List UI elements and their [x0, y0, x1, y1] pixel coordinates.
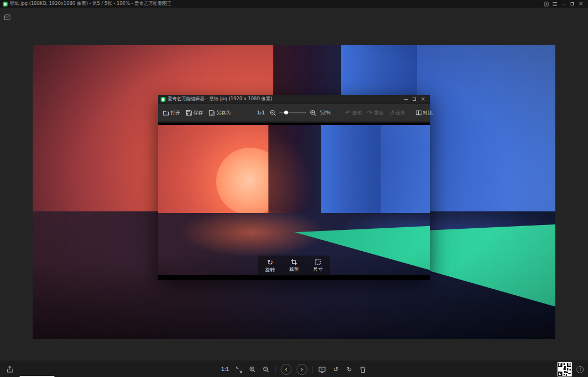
titlebar: 壁纸.jpg (188KB, 1920x1080 像素) - 第5 / 5张 -…	[0, 0, 588, 8]
rotate-icon: ↻	[267, 259, 273, 266]
rotate-right-icon[interactable]: ↻	[345, 365, 354, 374]
next-icon: ›	[301, 366, 303, 373]
save-as-button[interactable]: 另存为	[207, 108, 232, 118]
share-icon[interactable]	[5, 365, 14, 374]
crop-button[interactable]: 裁剪	[289, 259, 299, 273]
editor-window: 爱奇艺万能编辑器 - 壁纸.jpg (1920 x 1080 像素) × 打开 …	[158, 95, 430, 280]
vignette	[158, 125, 430, 275]
rotate-button[interactable]: ↻ 旋转	[265, 259, 275, 273]
zoom-slider[interactable]	[279, 110, 307, 116]
zoom-slider-track	[279, 112, 307, 113]
save-label: 保存	[193, 110, 203, 117]
undo-label: 撤销	[352, 110, 362, 117]
rotate-left-icon[interactable]: ↺	[332, 365, 340, 374]
app-logo-icon	[3, 2, 8, 7]
editor-float-toolbar: ↻ 旋转 裁剪 尺寸	[258, 256, 330, 276]
zoom-out-icon[interactable]	[268, 108, 277, 117]
restore-label: 还原	[396, 110, 406, 117]
resize-button[interactable]: 尺寸	[313, 259, 323, 273]
theme-icon[interactable]	[542, 0, 550, 8]
bottom-toolbar: 1:1 ‹ ›	[0, 361, 588, 377]
editor-photo-scene	[158, 125, 430, 275]
prev-icon: ‹	[285, 366, 287, 373]
editor-titlebar: 爱奇艺万能编辑器 - 壁纸.jpg (1920 x 1080 像素) ×	[158, 95, 430, 104]
actual-size-icon[interactable]: 1:1	[255, 110, 266, 117]
library-icon[interactable]	[3, 13, 11, 21]
resize-icon	[315, 259, 321, 265]
crop-icon	[291, 259, 297, 265]
window-title: 壁纸.jpg (188KB, 1920x1080 像素) - 第5 / 5张 -…	[10, 1, 171, 7]
maximize-icon[interactable]	[568, 0, 577, 8]
app-window: 壁纸.jpg (188KB, 1920x1080 像素) - 第5 / 5张 -…	[0, 0, 588, 377]
editor-title: 爱奇艺万能编辑器 - 壁纸.jpg (1920 x 1080 像素)	[168, 96, 272, 102]
compare-button[interactable]: 对比	[414, 108, 434, 118]
zoom-group: 1:1 52%	[255, 108, 330, 117]
open-label: 打开	[170, 110, 180, 117]
zoom-in-icon[interactable]	[309, 108, 317, 117]
resize-label: 尺寸	[313, 266, 323, 273]
previous-image-button[interactable]: ‹	[281, 364, 292, 375]
rotate-label: 旋转	[265, 266, 275, 273]
delete-icon[interactable]	[359, 365, 367, 374]
crop-label: 裁剪	[289, 266, 299, 273]
editor-canvas[interactable]: ↻ 旋转 裁剪 尺寸	[158, 123, 430, 280]
editor-logo-icon	[161, 97, 166, 102]
zoom-percentage: 52%	[320, 110, 330, 115]
qr-code	[558, 362, 572, 376]
redo-button[interactable]: ↷ 重做	[365, 108, 385, 118]
undo-button[interactable]: ↶ 撤销	[344, 108, 363, 118]
save-button[interactable]: 保存	[184, 108, 205, 118]
edit-group: ↶ 撤销 ↷ 重做 ↺ 还原	[344, 108, 407, 118]
restore-icon: ↺	[389, 110, 394, 116]
zoom-in-icon[interactable]	[248, 365, 257, 374]
editor-close-icon[interactable]: ×	[419, 95, 427, 103]
menu-icon[interactable]	[550, 0, 559, 8]
next-image-button[interactable]: ›	[297, 364, 308, 375]
editor-toolbar: 打开 保存 另存为 1:1	[158, 104, 430, 122]
editor-maximize-icon[interactable]	[410, 95, 419, 103]
fit-screen-icon[interactable]	[235, 365, 243, 374]
undo-icon: ↶	[345, 110, 351, 116]
minimize-icon[interactable]	[559, 0, 568, 8]
redo-label: 重做	[373, 110, 383, 117]
zoom-slider-thumb[interactable]	[284, 111, 288, 114]
editor-photo	[158, 125, 430, 275]
zoom-out-icon[interactable]	[262, 365, 271, 374]
slideshow-icon[interactable]	[318, 365, 327, 374]
redo-icon: ↷	[367, 110, 372, 116]
open-button[interactable]: 打开	[161, 108, 182, 118]
compare-label: 对比	[423, 110, 433, 117]
save-as-label: 另存为	[216, 110, 231, 117]
actual-size-icon[interactable]: 1:1	[221, 365, 230, 374]
restore-button[interactable]: ↺ 还原	[387, 108, 407, 118]
close-icon[interactable]: ×	[577, 0, 585, 8]
info-icon[interactable]: i	[577, 366, 584, 373]
editor-minimize-icon[interactable]	[401, 95, 410, 103]
bottombar-separator	[275, 366, 276, 373]
bottombar-separator	[313, 366, 313, 373]
